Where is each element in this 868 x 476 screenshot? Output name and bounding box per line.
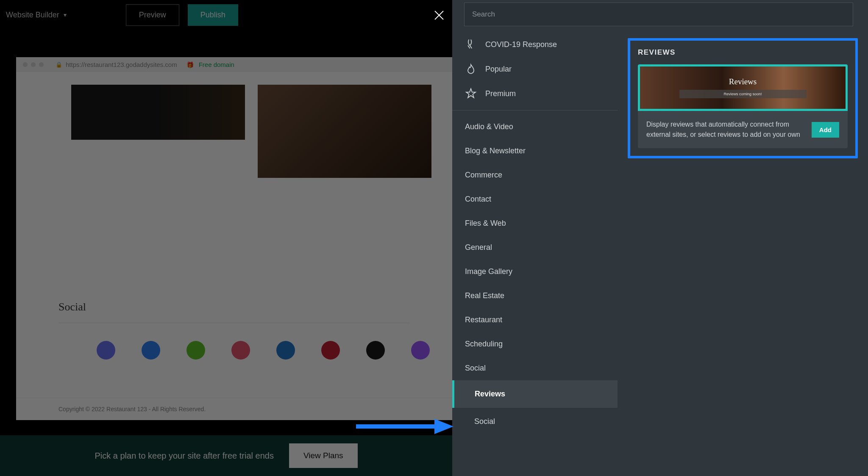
traffic-dot	[31, 62, 36, 67]
preview-heading: Reviews	[729, 77, 757, 86]
gift-icon: 🎁	[186, 61, 194, 68]
social-icons-row	[16, 323, 452, 360]
header-buttons: Preview Publish	[126, 4, 238, 26]
page-content: Social Copyright © 2022 Restaurant 123 -…	[16, 72, 452, 420]
preview-button[interactable]: Preview	[126, 4, 179, 26]
traffic-dot	[23, 62, 28, 67]
category-general[interactable]: General	[452, 235, 618, 260]
ribbon-icon	[465, 39, 477, 50]
browser-bar: 🔒 https://restaurant123.godaddysites.com…	[16, 57, 452, 72]
annotation-arrow	[356, 417, 453, 436]
facebook-icon[interactable]	[142, 341, 160, 360]
add-button[interactable]: Add	[812, 122, 839, 138]
category-label: Contact	[465, 195, 491, 204]
publish-button[interactable]: Publish	[188, 4, 238, 26]
svg-marker-3	[434, 419, 453, 434]
subcategory-social[interactable]: Social	[452, 408, 618, 435]
category-label: Audio & Video	[465, 122, 513, 131]
category-image-gallery[interactable]: Image Gallery	[452, 260, 618, 284]
gallery-image	[71, 85, 245, 140]
star-icon	[465, 88, 477, 100]
category-label: Restaurant	[465, 315, 502, 324]
category-contact[interactable]: Contact	[452, 187, 618, 211]
category-label: Files & Web	[465, 219, 506, 228]
subcategory-reviews[interactable]: Reviews	[452, 380, 618, 408]
category-audio-video[interactable]: Audio & Video	[452, 115, 618, 139]
subcategory-label: Reviews	[475, 390, 505, 399]
category-label: Real Estate	[465, 291, 504, 300]
preview-thumbnail: Reviews Reviews coming soon!	[638, 64, 848, 111]
divider	[452, 110, 618, 111]
top-header: Website Builder ▾ Preview Publish	[0, 0, 452, 30]
category-blog-newsletter[interactable]: Blog & Newsletter	[452, 139, 618, 163]
linkedin-icon[interactable]	[276, 341, 295, 360]
pinterest-icon[interactable]	[321, 341, 340, 360]
discord-icon[interactable]	[97, 341, 115, 360]
category-commerce[interactable]: Commerce	[452, 163, 618, 187]
category-covid[interactable]: COVID-19 Response	[452, 32, 618, 57]
preview-url: https://restaurant123.godaddysites.com	[66, 61, 177, 68]
category-list[interactable]: COVID-19 Response Popular Premium Audio …	[452, 32, 618, 476]
image-gallery-row	[16, 72, 452, 250]
arrow-icon	[356, 417, 453, 436]
category-label: Commerce	[465, 171, 502, 180]
category-real-estate[interactable]: Real Estate	[452, 284, 618, 308]
category-label: Blog & Newsletter	[465, 147, 526, 155]
category-label: Social	[465, 364, 486, 373]
category-label: COVID-19 Response	[485, 40, 557, 49]
houzz-icon[interactable]	[186, 341, 205, 360]
free-domain-link[interactable]: Free domain	[199, 61, 234, 68]
brand-label: Website Builder	[6, 11, 59, 19]
section-preview-card[interactable]: Reviews Reviews coming soon! Display rev…	[638, 64, 848, 148]
close-button[interactable]	[432, 8, 446, 22]
twitch-icon[interactable]	[411, 341, 430, 360]
traffic-dot	[39, 62, 44, 67]
category-social[interactable]: Social	[452, 356, 618, 380]
brand-dropdown[interactable]: Website Builder ▾	[6, 11, 67, 19]
detail-title: REVIEWS	[638, 48, 848, 57]
category-column: COVID-19 Response Popular Premium Audio …	[452, 0, 618, 476]
subcategory-label: Social	[474, 417, 495, 426]
social-heading: Social	[58, 301, 452, 313]
category-label: Image Gallery	[465, 267, 512, 276]
category-label: Scheduling	[465, 340, 503, 349]
close-icon	[434, 10, 445, 21]
view-plans-button[interactable]: View Plans	[289, 443, 358, 468]
website-preview: 🔒 https://restaurant123.godaddysites.com…	[16, 57, 452, 420]
instagram-icon[interactable]	[231, 341, 250, 360]
category-label: General	[465, 243, 492, 252]
category-files-web[interactable]: Files & Web	[452, 211, 618, 235]
lock-icon: 🔒	[56, 61, 62, 68]
highlight-annotation: REVIEWS Reviews Reviews coming soon! Dis…	[628, 38, 858, 158]
category-scheduling[interactable]: Scheduling	[452, 332, 618, 356]
plan-bar: Pick a plan to keep your site after free…	[0, 435, 452, 476]
add-section-panel: COVID-19 Response Popular Premium Audio …	[452, 0, 868, 476]
category-label: Premium	[485, 89, 516, 98]
detail-column: REVIEWS Reviews Reviews coming soon! Dis…	[618, 0, 868, 476]
preview-description: Display reviews that automatically conne…	[646, 119, 805, 140]
flame-icon	[465, 63, 477, 75]
plan-message: Pick a plan to keep your site after free…	[95, 451, 273, 461]
category-popular[interactable]: Popular	[452, 57, 618, 81]
category-label: Popular	[485, 65, 512, 74]
category-restaurant[interactable]: Restaurant	[452, 308, 618, 332]
chevron-down-icon: ▾	[64, 11, 67, 18]
tiktok-icon[interactable]	[366, 341, 385, 360]
category-premium[interactable]: Premium	[452, 81, 618, 106]
preview-description-row: Display reviews that automatically conne…	[638, 111, 848, 148]
gallery-image	[258, 85, 431, 178]
preview-subtext: Reviews coming soon!	[679, 90, 807, 98]
traffic-lights	[23, 62, 44, 67]
